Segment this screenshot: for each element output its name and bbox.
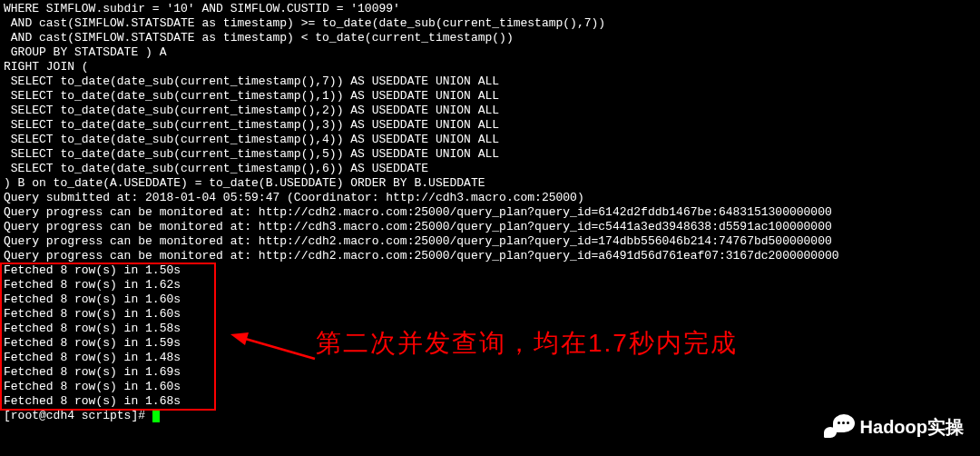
terminal-line: Fetched 8 row(s) in 1.62s	[4, 278, 976, 292]
terminal-line: SELECT to_date(date_sub(current_timestam…	[4, 162, 976, 176]
terminal-line: SELECT to_date(date_sub(current_timestam…	[4, 104, 976, 118]
terminal-line: WHERE SIMFLOW.subdir = '10' AND SIMFLOW.…	[4, 2, 976, 16]
terminal-line: AND cast(SIMFLOW.STATSDATE as timestamp)…	[4, 16, 976, 31]
terminal-line: Query progress can be monitored at: http…	[4, 205, 976, 220]
terminal-line: Fetched 8 row(s) in 1.60s	[4, 307, 976, 322]
terminal-line: SELECT to_date(date_sub(current_timestam…	[4, 89, 976, 104]
terminal-line: Query progress can be monitored at: http…	[4, 220, 976, 234]
terminal-output: WHERE SIMFLOW.subdir = '10' AND SIMFLOW.…	[0, 0, 980, 425]
wechat-icon	[824, 414, 855, 440]
watermark-text: Hadoop实操	[860, 420, 964, 434]
watermark: Hadoop实操	[824, 414, 964, 440]
terminal-line: SELECT to_date(date_sub(current_timestam…	[4, 147, 976, 162]
terminal-line: SELECT to_date(date_sub(current_timestam…	[4, 118, 976, 133]
terminal-line: Query progress can be monitored at: http…	[4, 249, 976, 263]
cursor	[152, 410, 160, 422]
terminal-line: RIGHT JOIN (	[4, 60, 976, 74]
terminal-line: Fetched 8 row(s) in 1.60s	[4, 380, 976, 394]
terminal-line: Query submitted at: 2018-01-04 05:59:47 …	[4, 191, 976, 205]
terminal-line: Query progress can be monitored at: http…	[4, 234, 976, 249]
terminal-line: Fetched 8 row(s) in 1.60s	[4, 292, 976, 307]
terminal-line: Fetched 8 row(s) in 1.69s	[4, 365, 976, 380]
terminal-line: ) B on to_date(A.USEDDATE) = to_date(B.U…	[4, 176, 976, 191]
terminal-line: GROUP BY STATSDATE ) A	[4, 45, 976, 60]
annotation-text: 第二次并发查询，均在1.7秒内完成	[316, 336, 738, 351]
terminal-line: SELECT to_date(date_sub(current_timestam…	[4, 74, 976, 89]
terminal-line: SELECT to_date(date_sub(current_timestam…	[4, 133, 976, 147]
terminal-line: Fetched 8 row(s) in 1.68s	[4, 394, 976, 409]
terminal-line: AND cast(SIMFLOW.STATSDATE as timestamp)…	[4, 31, 976, 45]
terminal-line: Fetched 8 row(s) in 1.50s	[4, 263, 976, 278]
